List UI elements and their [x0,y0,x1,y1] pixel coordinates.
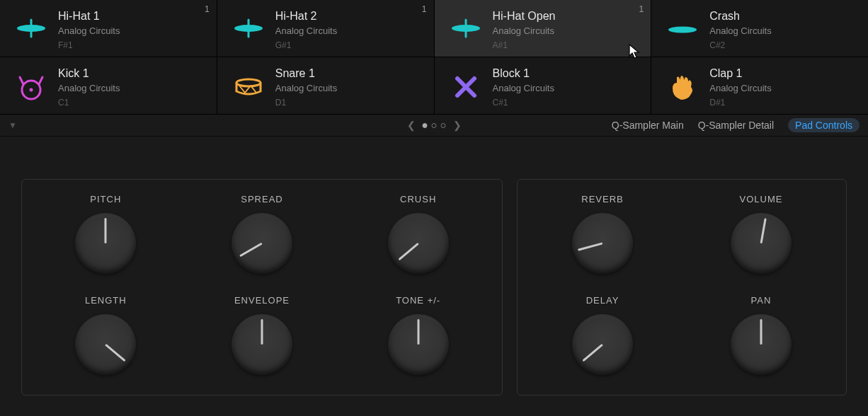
view-tabs: Q-Sampler Main Q-Sampler Detail Pad Cont… [612,118,860,132]
pad-title: Hi-Hat Open [493,10,556,23]
crash-icon [661,8,704,51]
knob-dial[interactable] [572,213,633,274]
pad-subtitle: Analog Circuits [493,83,554,93]
pad-subtitle: Analog Circuits [58,83,120,93]
pad-title: Block 1 [493,67,554,80]
pad-subtitle: Analog Circuits [709,83,771,93]
knob-dial[interactable] [388,213,449,274]
pad-title: Crash [709,10,771,23]
knob-label: DELAY [586,295,619,306]
knob-pan: PAN [696,295,826,375]
svg-line-10 [39,77,42,84]
knob-dial[interactable] [232,213,292,274]
svg-point-8 [30,88,33,92]
tab-pad-controls[interactable]: Pad Controls [788,118,860,132]
knob-dial[interactable] [75,314,136,375]
pad-note: F#1 [58,40,120,50]
pad-note: C#1 [493,98,554,108]
pad-title: Hi-Hat 2 [275,10,337,23]
prev-page-icon[interactable]: ❮ [407,120,416,131]
knob-label: TONE +/- [396,295,440,306]
pad-title: Hi-Hat 1 [58,10,120,23]
kick-icon [10,66,52,108]
clap-icon [661,66,704,108]
disclosure-triangle-icon[interactable]: ▼ [8,120,17,130]
knob-dial[interactable] [75,213,136,274]
pad-mixer-panel: REVERBVOLUMEDELAYPAN [517,179,847,395]
pad-grid: Hi-Hat 1Analog CircuitsF#11Hi-Hat 2Analo… [0,0,868,114]
pad-subtitle: Analog Circuits [493,25,556,36]
knob-reverb: REVERB [537,194,668,274]
page-dot-2[interactable] [432,123,437,128]
pad-note: D1 [275,98,337,108]
toolbar: ▼ ❮ ❯ Q-Sampler Main Q-Sampler Detail Pa… [0,114,868,137]
pad-snare-1[interactable]: Snare 1Analog CircuitsD1 [217,57,434,114]
knob-dial[interactable] [731,213,792,274]
knob-dial[interactable] [731,314,792,375]
tab-qsampler-main[interactable]: Q-Sampler Main [612,120,684,131]
hihat-icon [445,8,487,51]
knob-dial[interactable] [572,314,633,375]
knob-dial[interactable] [232,314,292,375]
pad-crash[interactable]: CrashAnalog CircuitsC#2 [651,0,868,57]
knob-label: ENVELOPE [234,295,290,306]
knob-envelope: ENVELOPE [198,295,326,375]
pad-note: C#2 [709,40,771,50]
pad-title: Clap 1 [709,67,771,80]
page-dots[interactable] [423,123,446,128]
pad-subtitle: Analog Circuits [709,25,771,36]
hihat-icon [10,8,52,51]
pad-block-1[interactable]: Block 1Analog CircuitsC#1 [435,57,651,114]
pad-title: Snare 1 [275,67,337,80]
pad-group-badge: 1 [422,4,427,14]
page-dot-1[interactable] [423,123,428,128]
page-navigator: ❮ ❯ [407,120,462,131]
pad-subtitle: Analog Circuits [58,25,120,36]
pad-subtitle: Analog Circuits [275,25,337,36]
knob-tone: TONE +/- [354,295,482,375]
knob-dial[interactable] [388,314,449,375]
knob-label: CRUSH [400,194,436,204]
pad-note: A#1 [493,40,556,50]
knob-volume: VOLUME [696,194,826,274]
pad-note: C1 [58,98,120,108]
pad-hi-hat-1[interactable]: Hi-Hat 1Analog CircuitsF#11 [0,0,217,57]
pad-clap-1[interactable]: Clap 1Analog CircuitsD#1 [651,57,868,114]
pad-title: Kick 1 [58,67,120,80]
knob-label: PITCH [90,194,121,204]
tab-qsampler-detail[interactable]: Q-Sampler Detail [698,120,774,131]
block-icon [445,66,487,108]
knob-label: REVERB [581,194,623,204]
knob-delay: DELAY [537,295,668,375]
svg-point-6 [668,27,697,33]
pad-group-badge: 1 [639,4,644,14]
page-dot-3[interactable] [441,123,446,128]
snare-icon [227,66,270,108]
knob-crush: CRUSH [354,194,482,274]
pad-note: D#1 [709,98,771,108]
knob-label: PAN [751,295,772,306]
knob-length: LENGTH [42,295,170,375]
pad-kick-1[interactable]: Kick 1Analog CircuitsC1 [0,57,217,114]
pad-subtitle: Analog Circuits [275,83,337,93]
pad-hi-hat-2[interactable]: Hi-Hat 2Analog CircuitsG#11 [217,0,434,57]
knob-pitch: PITCH [42,194,170,274]
control-panels: PITCHSPREADCRUSHLENGTHENVELOPETONE +/- R… [0,137,868,416]
pad-group-badge: 1 [205,4,210,14]
knob-spread: SPREAD [198,194,326,274]
pad-hi-hat-open[interactable]: Hi-Hat OpenAnalog CircuitsA#11 [435,0,651,57]
next-page-icon[interactable]: ❯ [453,120,462,131]
svg-point-11 [236,79,261,86]
knob-label: LENGTH [85,295,127,306]
knob-label: SPREAD [241,194,282,204]
svg-line-9 [20,77,23,84]
hihat-icon [227,8,270,51]
knob-label: VOLUME [740,194,783,204]
pad-effects-panel: PITCHSPREADCRUSHLENGTHENVELOPETONE +/- [21,179,503,395]
pad-note: G#1 [275,40,337,50]
